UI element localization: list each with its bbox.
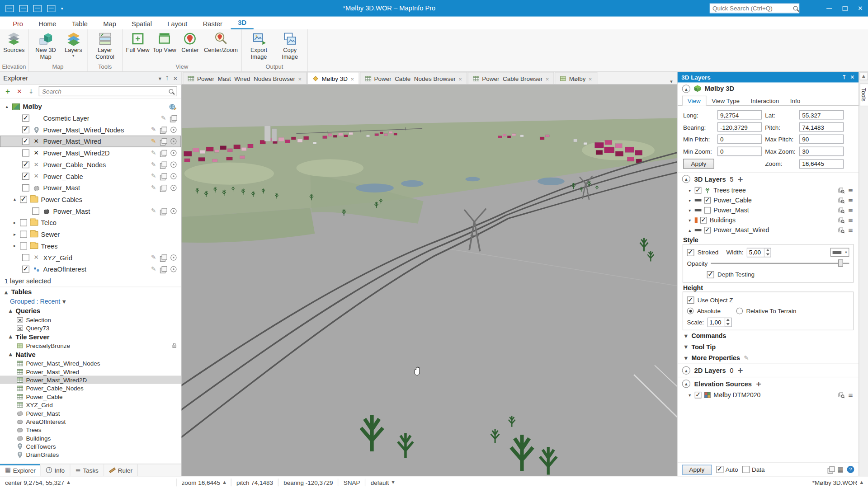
stroked-checkbox[interactable] <box>687 249 694 256</box>
close-panel-icon[interactable]: ✕ <box>173 75 178 81</box>
max-pitch-field[interactable] <box>799 135 844 144</box>
browse-layer-icon[interactable] <box>170 185 176 191</box>
step-down-icon[interactable] <box>725 322 731 326</box>
layer-control-button[interactable]: Layer Control <box>90 30 121 60</box>
tab-info[interactable]: Info <box>41 464 70 476</box>
full-view-button[interactable]: Full View <box>124 30 151 53</box>
edit-style-icon[interactable]: ✎ <box>151 126 156 133</box>
tab-explorer[interactable]: Explorer <box>0 464 41 476</box>
layer-row[interactable]: ✕ Power_Mast_Wired2D ✎ <box>0 147 181 159</box>
status-bearing[interactable]: bearing -120,3729 <box>278 476 338 488</box>
qat-button-1[interactable] <box>5 5 14 12</box>
add-layer-icon[interactable]: + <box>737 175 743 183</box>
layer-row-selected[interactable]: ✕ Power_Mast_Wired ✎ <box>0 136 181 147</box>
close-button[interactable]: ✕ <box>853 0 868 17</box>
tab-close-icon[interactable] <box>350 75 354 82</box>
map-canvas[interactable] <box>182 84 677 476</box>
layers-button[interactable]: Layers ▾ <box>61 30 85 58</box>
collapse-icon[interactable]: ▴ <box>5 104 9 109</box>
grouped-by-link[interactable]: Grouped : Recent ▼ <box>0 297 181 306</box>
browse-layer-icon[interactable] <box>170 266 176 272</box>
table-item[interactable]: CellTowers <box>0 442 181 450</box>
elevation-layer-row[interactable]: ▾ Mølby DTM2020 ≡ <box>678 390 859 400</box>
layer-menu-icon[interactable]: ≡ <box>848 187 853 194</box>
zoom-layer-icon[interactable] <box>160 161 167 168</box>
close-panel-icon[interactable]: ✕ <box>850 74 854 80</box>
collapse-circle-icon[interactable] <box>682 366 690 375</box>
layer-menu-icon[interactable]: ≡ <box>848 206 853 214</box>
pitch-field[interactable] <box>799 122 844 132</box>
layer-row[interactable]: Power_Mast_Wired_Nodes ✎ <box>0 124 181 136</box>
layer-visibility-checkbox[interactable] <box>704 227 711 234</box>
table-group-queries[interactable]: ▲ Queries <box>0 306 181 315</box>
top-view-button[interactable]: Top View <box>151 30 178 53</box>
absolute-radio[interactable] <box>687 308 694 314</box>
edit-properties-icon[interactable]: ✎ <box>744 354 749 361</box>
map-options-icon[interactable] <box>169 103 176 110</box>
pin-icon[interactable]: ⊺ <box>843 74 846 80</box>
document-tab-active[interactable]: Mølby 3D <box>307 72 359 84</box>
new-3d-map-button[interactable]: New 3D Map <box>30 30 61 60</box>
apply-button[interactable]: Apply <box>682 465 712 474</box>
layer-menu-icon[interactable]: ≡ <box>848 226 853 234</box>
3d-layer-row[interactable]: ▾ Trees treee ≡ <box>678 185 859 195</box>
edit-style-icon[interactable]: ✎ <box>151 150 156 157</box>
layer-row[interactable]: AreaOfInterest ✎ <box>0 263 181 275</box>
ribbon-tab-3d[interactable]: 3D <box>231 17 254 29</box>
edit-style-icon[interactable]: ✎ <box>151 173 156 180</box>
add-layer-icon[interactable]: + <box>737 367 743 374</box>
layer-visibility-checkbox[interactable] <box>22 126 29 133</box>
edit-style-icon[interactable]: ✎ <box>151 266 156 273</box>
tab-info[interactable]: Info <box>785 96 806 105</box>
layer-menu-icon[interactable]: ≡ <box>848 216 853 224</box>
document-tab[interactable]: Power_Cable Browser <box>467 72 554 84</box>
group-visibility-checkbox[interactable] <box>20 219 27 226</box>
copy-image-button[interactable]: Copy Image <box>274 30 306 60</box>
scale-stepper[interactable] <box>707 317 731 327</box>
table-item[interactable]: PreciselyBronze <box>0 342 181 350</box>
qat-button-4[interactable] <box>47 5 55 12</box>
minimize-button[interactable] <box>821 0 837 17</box>
table-item[interactable]: DrainGrates <box>0 450 181 459</box>
layer-visibility-checkbox[interactable] <box>22 173 29 180</box>
tab-close-icon[interactable] <box>589 75 592 82</box>
expand-icon[interactable]: ▾ <box>688 393 692 398</box>
min-pitch-field[interactable] <box>717 135 762 144</box>
zoom-layer-icon[interactable] <box>838 227 845 234</box>
edit-style-icon[interactable]: ✎ <box>161 114 166 122</box>
document-tab[interactable]: Power_Mast_Wired_Nodes Browser <box>183 72 307 84</box>
browse-layer-icon[interactable] <box>170 150 176 156</box>
width-stepper[interactable] <box>747 248 771 257</box>
expand-icon[interactable]: ▾ <box>688 198 692 203</box>
layer-visibility-checkbox[interactable] <box>22 114 29 122</box>
qat-button-3[interactable] <box>33 5 41 12</box>
browse-layer-icon[interactable] <box>170 127 176 132</box>
table-item[interactable]: Power_Mast_Wired2D <box>0 375 181 384</box>
table-item[interactable]: AreaOfInterest <box>0 417 181 425</box>
help-icon[interactable] <box>847 466 854 473</box>
layer-row[interactable]: Power_Mast ✎ <box>0 182 181 194</box>
3d-layer-row-expanded[interactable]: ▴ Power_Mast_Wired ≡ <box>678 225 859 235</box>
center-button[interactable]: Center <box>178 30 203 53</box>
tables-section-header[interactable]: ▲ Tables <box>0 287 181 297</box>
explorer-search-input[interactable] <box>39 88 169 95</box>
3d-layers-section-header[interactable]: 3D Layers 5 + <box>678 172 859 185</box>
elevation-sources-section-header[interactable]: Elevation Sources + <box>678 377 859 390</box>
document-tab[interactable]: Power_Cable_Nodes Browser <box>360 72 467 84</box>
add-elevation-icon[interactable]: + <box>755 380 761 387</box>
edit-style-icon[interactable]: ✎ <box>151 254 156 261</box>
browse-layer-icon[interactable] <box>170 254 176 260</box>
table-item[interactable]: Selection <box>0 315 181 324</box>
ribbon-tab-pro[interactable]: Pro <box>5 18 30 29</box>
status-style-mode[interactable]: default▼ <box>366 476 400 488</box>
relative-radio[interactable] <box>736 308 743 314</box>
remove-button[interactable]: ✕ <box>15 88 23 95</box>
layer-visibility-checkbox[interactable] <box>32 207 39 215</box>
commands-section[interactable]: ▼ Commands <box>678 330 859 341</box>
browse-layer-icon[interactable] <box>170 138 176 144</box>
ribbon-tab-home[interactable]: Home <box>31 18 63 29</box>
ribbon-tab-layout[interactable]: Layout <box>160 18 194 29</box>
zoom-layer-icon[interactable] <box>838 392 845 399</box>
table-item[interactable]: Power_Mast <box>0 409 181 417</box>
edit-style-icon[interactable]: ✎ <box>151 184 156 192</box>
